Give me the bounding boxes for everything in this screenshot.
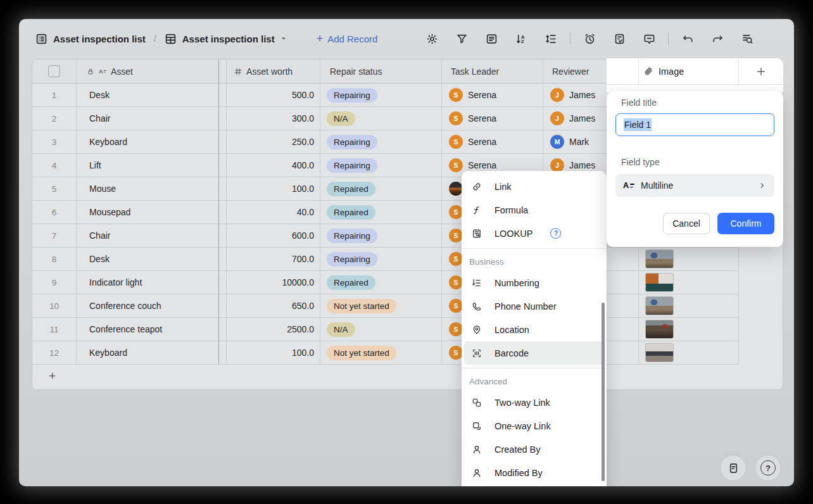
- cell-sel[interactable]: 6: [32, 201, 77, 224]
- image-column-header[interactable]: Image: [643, 58, 684, 84]
- add-row-button[interactable]: +: [32, 365, 783, 387]
- cell-sel[interactable]: 9: [32, 271, 77, 294]
- header-leader[interactable]: Task Leader: [442, 60, 543, 84]
- view-title[interactable]: Asset inspection list: [182, 34, 275, 44]
- cell-worth[interactable]: 10000.0: [227, 271, 320, 294]
- cell-sel[interactable]: 5: [32, 177, 77, 201]
- cell-worth[interactable]: 500.0: [227, 84, 320, 107]
- field-type-selector[interactable]: A Multiline: [615, 174, 774, 197]
- cell-worth[interactable]: 300.0: [227, 107, 320, 130]
- filter-icon[interactable]: [455, 32, 468, 45]
- comment-icon[interactable]: [643, 32, 655, 45]
- undo-icon[interactable]: [681, 32, 694, 45]
- cell-status[interactable]: Repairing: [320, 248, 442, 271]
- row-height-icon[interactable]: [545, 32, 557, 45]
- menu-item-lookup[interactable]: LOOKUP?: [462, 222, 607, 245]
- image-thumbnail[interactable]: [645, 249, 674, 268]
- cell-status[interactable]: N/A: [320, 318, 442, 341]
- cell-status[interactable]: Repaired: [320, 201, 442, 224]
- cell-asset[interactable]: Desk: [77, 84, 219, 107]
- cell-sel[interactable]: 8: [32, 248, 77, 271]
- image-thumbnail[interactable]: [645, 320, 674, 339]
- add-record-button[interactable]: + Add Record: [317, 33, 378, 44]
- cell-status[interactable]: Repaired: [320, 271, 442, 294]
- cell-worth[interactable]: 40.0: [227, 201, 320, 224]
- cell-asset[interactable]: Chair: [77, 224, 219, 248]
- cell-worth[interactable]: 650.0: [227, 294, 320, 318]
- cell-image[interactable]: [639, 294, 739, 318]
- cell-sel[interactable]: 11: [32, 318, 77, 341]
- image-thumbnail[interactable]: [645, 296, 674, 315]
- group-icon[interactable]: [485, 32, 498, 45]
- cell-status[interactable]: Repaired: [320, 177, 442, 201]
- cell-status[interactable]: Not yet started: [320, 341, 442, 365]
- menu-item-created-by[interactable]: Created By: [462, 438, 607, 461]
- field-title-input[interactable]: Field 1: [615, 113, 774, 136]
- cell-sel[interactable]: 7: [32, 224, 77, 248]
- cell-asset[interactable]: Desk: [77, 248, 219, 271]
- cell-status[interactable]: Not yet started: [320, 294, 442, 318]
- view-caret-icon[interactable]: [279, 34, 288, 43]
- cell-worth[interactable]: 700.0: [227, 248, 320, 271]
- cell-worth[interactable]: 100.0: [227, 341, 320, 365]
- cell-asset[interactable]: Indicator light: [77, 271, 219, 294]
- reminder-icon[interactable]: [583, 32, 596, 45]
- cell-leader[interactable]: SSerena: [442, 107, 543, 130]
- cell-image[interactable]: [639, 318, 739, 341]
- menu-item-barcode[interactable]: Barcode: [464, 341, 604, 365]
- cell-status[interactable]: Repairing: [320, 84, 442, 107]
- select-all-checkbox[interactable]: [48, 65, 60, 77]
- cell-worth[interactable]: 600.0: [227, 224, 320, 248]
- cell-sel[interactable]: 4: [32, 154, 77, 177]
- redo-icon[interactable]: [711, 32, 724, 45]
- cell-sel[interactable]: 12: [32, 341, 77, 365]
- cell-asset[interactable]: Mouse: [77, 177, 219, 201]
- cell-status[interactable]: Repairing: [320, 130, 442, 154]
- help-icon[interactable]: ?: [550, 228, 561, 239]
- menu-scrollbar[interactable]: [602, 303, 605, 481]
- form-icon[interactable]: [613, 32, 626, 45]
- header-asset[interactable]: AAsset: [77, 60, 219, 84]
- cell-worth[interactable]: 100.0: [227, 177, 320, 201]
- confirm-button[interactable]: Confirm: [717, 213, 774, 234]
- image-thumbnail[interactable]: [645, 273, 674, 292]
- sort-icon[interactable]: AZ: [515, 32, 527, 45]
- menu-item-two-way-link[interactable]: Two-way Link: [462, 391, 607, 414]
- cell-image[interactable]: [639, 341, 739, 365]
- cell-worth[interactable]: 250.0: [227, 130, 320, 154]
- template-doc-button[interactable]: [720, 455, 747, 481]
- find-icon[interactable]: [741, 32, 753, 45]
- cell-image[interactable]: [639, 248, 739, 271]
- menu-item-link[interactable]: Link: [462, 175, 607, 198]
- cell-sel[interactable]: 10: [32, 294, 77, 318]
- header-status[interactable]: Repair status: [320, 60, 442, 84]
- image-thumbnail[interactable]: [645, 343, 674, 362]
- cell-asset[interactable]: Conference teapot: [77, 318, 219, 341]
- cell-status[interactable]: Repairing: [320, 154, 442, 177]
- menu-item-phone-number[interactable]: Phone Number: [462, 294, 607, 318]
- cell-status[interactable]: Repairing: [320, 224, 442, 248]
- help-button[interactable]: ?: [755, 455, 781, 481]
- cell-worth[interactable]: 400.0: [227, 154, 320, 177]
- menu-item-formula[interactable]: Formula: [462, 198, 607, 222]
- cell-worth[interactable]: 2500.0: [227, 318, 320, 341]
- menu-item-one-way-link[interactable]: One-way Link: [462, 414, 607, 438]
- cell-sel[interactable]: 1: [32, 84, 77, 107]
- cell-asset[interactable]: Keyboard: [77, 341, 219, 365]
- add-field-button[interactable]: [738, 58, 783, 84]
- cell-sel[interactable]: 3: [32, 130, 77, 154]
- menu-item-location[interactable]: Location: [462, 318, 607, 341]
- cell-leader[interactable]: SSerena: [442, 84, 543, 107]
- cell-sel[interactable]: 2: [32, 107, 77, 130]
- menu-item-modified-by[interactable]: Modified By: [462, 461, 607, 484]
- doc-title[interactable]: Asset inspection list: [53, 34, 146, 44]
- cell-asset[interactable]: Conference couch: [77, 294, 219, 318]
- header-sel[interactable]: [32, 60, 77, 84]
- cell-asset[interactable]: Lift: [77, 154, 219, 177]
- cell-asset[interactable]: Chair: [77, 107, 219, 130]
- cell-leader[interactable]: SSerena: [442, 130, 543, 154]
- cell-image[interactable]: [639, 271, 739, 294]
- cell-asset[interactable]: Keyboard: [77, 130, 219, 154]
- header-worth[interactable]: Asset worth: [227, 60, 320, 84]
- cancel-button[interactable]: Cancel: [663, 213, 710, 234]
